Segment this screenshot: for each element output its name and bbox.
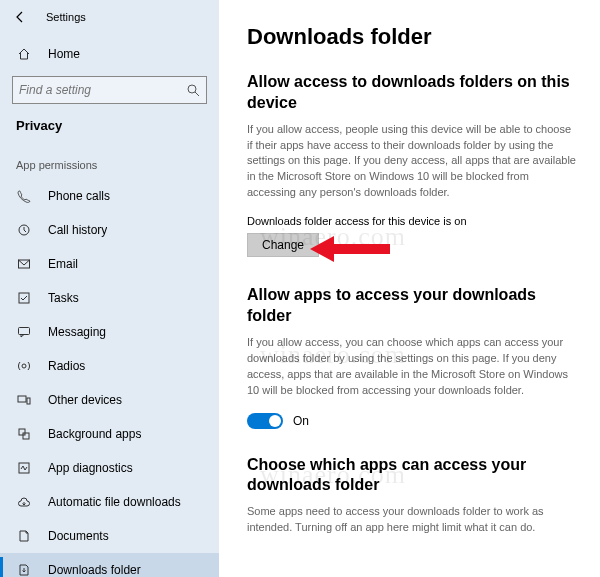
tasks-icon: [16, 290, 32, 306]
search-container: [0, 70, 219, 112]
svg-rect-10: [23, 433, 29, 439]
email-icon: [16, 256, 32, 272]
section3-title: Choose which apps can access your downlo…: [247, 455, 576, 497]
home-label: Home: [48, 47, 80, 61]
sidebar-item-label: Documents: [48, 529, 109, 543]
messaging-icon: [16, 324, 32, 340]
section-privacy-label: Privacy: [0, 112, 219, 143]
sidebar-home[interactable]: Home: [0, 38, 219, 70]
nav-list: Phone calls Call history Email Tasks Mes…: [0, 179, 219, 577]
toggle-state-label: On: [293, 414, 309, 428]
sidebar-item-label: Phone calls: [48, 189, 110, 203]
sidebar-item-call-history[interactable]: Call history: [0, 213, 219, 247]
svg-line-1: [195, 92, 199, 96]
page-title: Downloads folder: [247, 24, 576, 50]
sidebar-item-label: Email: [48, 257, 78, 271]
sidebar-item-label: Messaging: [48, 325, 106, 339]
section1-status: Downloads folder access for this device …: [247, 215, 576, 227]
group-app-permissions-label: App permissions: [0, 143, 219, 179]
home-icon: [16, 46, 32, 62]
search-input[interactable]: [19, 83, 186, 97]
diagnostics-icon: [16, 460, 32, 476]
svg-rect-5: [19, 328, 30, 335]
sidebar-item-automatic-file-downloads[interactable]: Automatic file downloads: [0, 485, 219, 519]
phone-icon: [16, 188, 32, 204]
sidebar-item-background-apps[interactable]: Background apps: [0, 417, 219, 451]
sidebar-item-label: App diagnostics: [48, 461, 133, 475]
section1-title: Allow access to downloads folders on thi…: [247, 72, 576, 114]
sidebar-item-downloads-folder[interactable]: Downloads folder: [0, 553, 219, 577]
titlebar: Settings: [0, 0, 219, 34]
sidebar-item-messaging[interactable]: Messaging: [0, 315, 219, 349]
svg-rect-9: [19, 429, 25, 435]
section2-desc: If you allow access, you can choose whic…: [247, 335, 576, 399]
sidebar-item-label: Tasks: [48, 291, 79, 305]
svg-rect-4: [19, 293, 29, 303]
svg-rect-7: [18, 396, 26, 402]
sidebar-item-radios[interactable]: Radios: [0, 349, 219, 383]
allow-apps-toggle[interactable]: [247, 413, 283, 429]
autodownload-icon: [16, 494, 32, 510]
content-area: Downloads folder Allow access to downloa…: [219, 0, 600, 577]
sidebar-item-label: Background apps: [48, 427, 141, 441]
search-icon: [186, 83, 200, 97]
window-title: Settings: [46, 11, 86, 23]
sidebar-item-label: Call history: [48, 223, 107, 237]
sidebar-item-label: Downloads folder: [48, 563, 141, 577]
radios-icon: [16, 358, 32, 374]
change-button[interactable]: Change: [247, 233, 319, 257]
sidebar-item-phone-calls[interactable]: Phone calls: [0, 179, 219, 213]
sidebar-item-app-diagnostics[interactable]: App diagnostics: [0, 451, 219, 485]
section3-desc: Some apps need to access your downloads …: [247, 504, 576, 536]
section1-desc: If you allow access, people using this d…: [247, 122, 576, 202]
toggle-row: On: [247, 413, 576, 429]
sidebar-item-label: Automatic file downloads: [48, 495, 181, 509]
back-button[interactable]: [12, 9, 28, 25]
sidebar-item-tasks[interactable]: Tasks: [0, 281, 219, 315]
devices-icon: [16, 392, 32, 408]
sidebar-item-email[interactable]: Email: [0, 247, 219, 281]
svg-point-0: [188, 85, 196, 93]
sidebar: Settings Home Privacy App permissions Ph…: [0, 0, 219, 577]
svg-point-6: [22, 364, 26, 368]
settings-window: Settings Home Privacy App permissions Ph…: [0, 0, 600, 577]
sidebar-item-documents[interactable]: Documents: [0, 519, 219, 553]
downloads-icon: [16, 562, 32, 577]
background-icon: [16, 426, 32, 442]
sidebar-item-other-devices[interactable]: Other devices: [0, 383, 219, 417]
documents-icon: [16, 528, 32, 544]
section2-title: Allow apps to access your downloads fold…: [247, 285, 576, 327]
svg-rect-8: [27, 398, 30, 404]
history-icon: [16, 222, 32, 238]
sidebar-item-label: Other devices: [48, 393, 122, 407]
search-box[interactable]: [12, 76, 207, 104]
sidebar-item-label: Radios: [48, 359, 85, 373]
